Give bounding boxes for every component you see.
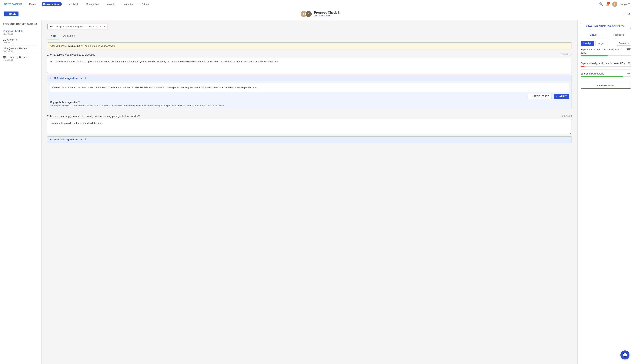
question-body-1: Is there anything you need to assist you… (50, 115, 140, 118)
nav-feedback[interactable]: Feedback (66, 2, 80, 6)
ai-chevron-down-icon-1: ▼ (80, 138, 83, 141)
sidebar-item-0[interactable]: Progress Check-In 08/04/2023 (3, 28, 38, 37)
question-block-0: 1. What topics would you like to discuss… (47, 53, 572, 110)
nav-links: Goals Conversations Feedback Recognition… (28, 2, 599, 6)
ai-suggestion-text-0: I have concerns about the composition of… (50, 83, 569, 92)
goal-name-0: Support remote work and employee well-be… (580, 48, 625, 54)
regenerate-icon-0: ↻ (530, 95, 532, 98)
period-select[interactable]: Current ▼ (617, 41, 631, 46)
ai-assist-actions-0: ↻ REGENERATE ✔ APPLY (47, 94, 571, 101)
ai-info-icon-1[interactable]: ℹ (85, 138, 86, 141)
ai-assist-header-1: ✦ AI Assist suggestion ▼ ℹ (47, 136, 571, 143)
layout-icon[interactable]: ⊞ (622, 12, 625, 16)
notification-badge: 3 (607, 2, 610, 4)
create-goal-button[interactable]: CREATE GOAL (580, 82, 631, 89)
progress-bar-fill-0 (580, 55, 608, 56)
progress-bar-fill-1 (580, 66, 584, 67)
goal-row-2: Strengthen Onboarding 84% (580, 72, 631, 76)
question-number-0: 1. (47, 53, 50, 56)
progress-bar-fill-2 (580, 76, 623, 77)
topnav-right: 🔍 🔔 3 L Landyn ▼ (599, 2, 630, 7)
nav-conversations[interactable]: Conversations (42, 2, 62, 6)
check-icon-0: ✔ (556, 95, 558, 98)
nav-insights[interactable]: Insights (105, 2, 117, 6)
goal-item-0: Support remote work and employee well-be… (580, 48, 631, 59)
app-logo: betterworks (4, 2, 22, 6)
avatar-partner: A (305, 10, 312, 17)
sidebar-section-title: Previous Conversations (3, 23, 38, 26)
why-label-0: Why apply this suggestion? (50, 101, 569, 104)
back-button[interactable]: ◄ BACK (4, 12, 19, 16)
person-toggle: Landyn Augu... Current ▼ (580, 41, 631, 46)
nav-calibration[interactable]: Calibration (121, 2, 136, 6)
person-btn-augustine[interactable]: Augu... (595, 41, 608, 46)
question-block-1: 2. Is there anything you need to assist … (47, 115, 572, 143)
goal-pct-1: 8% (628, 62, 631, 64)
due-date: Due 10/17/2023 (314, 14, 341, 17)
sidebar-item-3[interactable]: Q1 - Quarterly Review 04/07/2023 (3, 54, 38, 63)
search-icon[interactable]: 🔍 (599, 2, 603, 6)
ai-sparkle-icon-1: ✦ (50, 138, 52, 141)
goal-pct-2: 84% (626, 72, 631, 75)
right-tab-feedback[interactable]: Feedback (606, 32, 631, 38)
ai-info-icon-0[interactable]: ℹ (85, 77, 86, 80)
notification-bell[interactable]: 🔔 3 (606, 3, 609, 6)
ai-sparkle-icon-0: ✦ (50, 76, 52, 80)
logo-text: betterworks (4, 2, 22, 6)
regenerate-button-0[interactable]: ↻ REGENERATE (527, 94, 552, 99)
checkin-title: Progress Check-In (314, 11, 341, 14)
left-sidebar: Previous Conversations Progress Check-In… (0, 20, 42, 364)
view-snapshot-button[interactable]: VIEW PERFORMANCE SNAPSHOT (580, 23, 631, 29)
goal-row-0: Support remote work and employee well-be… (580, 48, 631, 54)
settings-icon[interactable]: ⚙ (627, 12, 630, 16)
answer-input-0[interactable] (47, 58, 572, 73)
user-name: Landyn (618, 3, 627, 6)
progress-bar-bg-2 (580, 76, 631, 77)
info-banner-bold: Augustine (68, 44, 80, 47)
goal-row-1: Support diversity, equity, and inclusion… (580, 62, 631, 65)
next-step-label: Next Step (50, 25, 62, 28)
right-tabs: Goals Feedback (580, 32, 631, 38)
goal-name-2: Strengthen Onboarding (580, 72, 625, 76)
answer-input-1[interactable] (47, 119, 572, 134)
question-body-0: What topics would you like to discuss? (50, 53, 95, 56)
next-step-banner: Next Step Share with Augustine - Due 10/… (47, 24, 108, 30)
sidebar-item-name-2: Q2 - Quarterly Review (3, 47, 38, 50)
ai-assist-label-0[interactable]: AI Assist suggestion (54, 77, 78, 80)
apply-button-0[interactable]: ✔ APPLY (554, 94, 569, 99)
subheader-actions: ⊞ ⚙ (622, 12, 630, 16)
ai-assist-label-1[interactable]: AI Assist suggestion (54, 138, 78, 141)
sidebar-item-2[interactable]: Q2 - Quarterly Review 06/30/2023 (3, 46, 38, 54)
goal-item-2: Strengthen Onboarding 84% (580, 72, 631, 80)
why-suggestion-0: Why apply this suggestion? The original … (47, 101, 571, 109)
nav-admin[interactable]: Admin (140, 2, 150, 6)
top-navigation: betterworks Goals Conversations Feedback… (0, 0, 634, 8)
ai-assist-box-0: ✦ AI Assist suggestion ▲ ℹ I have concer… (47, 75, 572, 110)
period-label: Current (619, 42, 626, 45)
content-area: Previous Conversations Progress Check-In… (0, 20, 634, 364)
sidebar-item-name-0: Progress Check-In (3, 30, 38, 32)
sidebar-item-1[interactable]: 1:1 Check-In 06/30/2023 (3, 37, 38, 46)
right-sidebar: VIEW PERFORMANCE SNAPSHOT Goals Feedback… (577, 20, 634, 364)
info-banner: After you share, Augustine will be able … (47, 42, 572, 50)
checkin-avatars: L A (300, 10, 312, 17)
tab-you[interactable]: You (47, 33, 60, 40)
avatar: L (612, 2, 617, 7)
user-menu[interactable]: L Landyn ▼ (612, 2, 630, 7)
tab-augustine[interactable]: Augustine (60, 33, 79, 40)
apply-label-0: APPLY (559, 95, 567, 98)
main-content: Next Step Share with Augustine - Due 10/… (42, 20, 577, 364)
goal-pct-0: 54% (626, 48, 631, 51)
goal-item-1: Support diversity, equity, and inclusion… (580, 62, 631, 70)
ai-chevron-up-icon-0: ▲ (80, 76, 83, 80)
question-number-1: 2. (47, 115, 50, 118)
question-date-0: 10/04/2023 (560, 53, 572, 56)
progress-bar-bg-1 (580, 66, 631, 67)
nav-recognition[interactable]: Recognition (85, 2, 101, 6)
chevron-down-icon: ▼ (628, 3, 630, 6)
chat-bubble-button[interactable]: 💬 (620, 350, 629, 360)
nav-goals[interactable]: Goals (28, 2, 37, 6)
person-btn-landyn[interactable]: Landyn (580, 41, 594, 46)
right-tab-goals[interactable]: Goals (580, 32, 606, 38)
why-text-0: The original sentence sounded unprofessi… (50, 104, 569, 107)
